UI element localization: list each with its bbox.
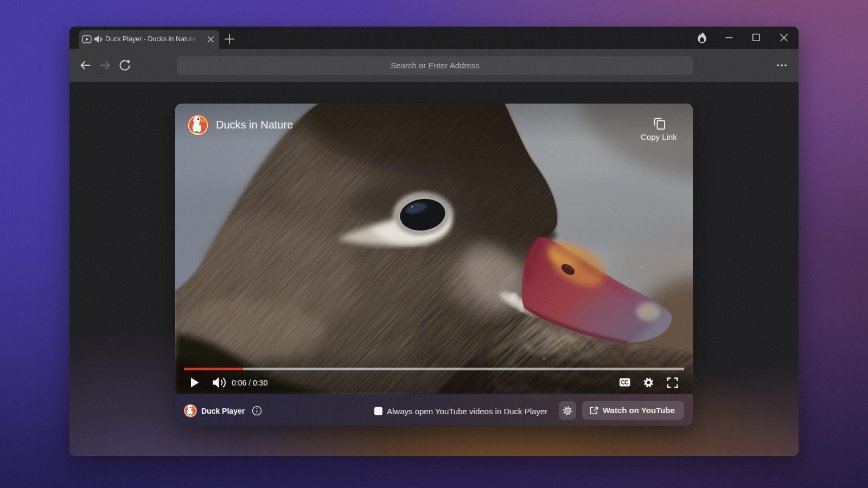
svg-text:CC: CC [621,380,629,386]
